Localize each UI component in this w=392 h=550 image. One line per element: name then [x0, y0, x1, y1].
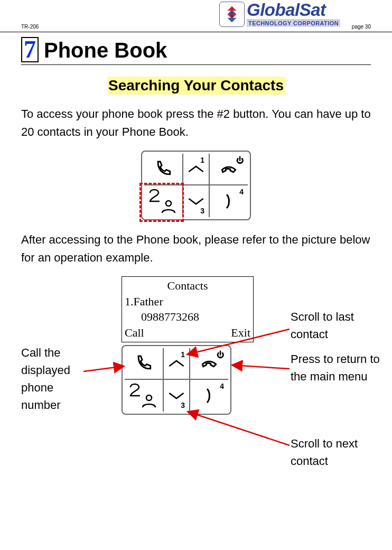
annot-scroll-last: Scroll to last contact	[291, 308, 386, 343]
chevron-down-icon	[187, 196, 205, 207]
end-call-icon	[220, 160, 238, 178]
key-4-sup-2: 4	[220, 382, 224, 390]
screen-contact-number: 0988773268	[123, 309, 252, 325]
svg-line-5	[188, 412, 290, 445]
end-call-icon	[200, 355, 218, 372]
logo-subtitle: TECHNOLOGY CORPORATION	[247, 20, 340, 27]
chapter-number: 7	[21, 37, 39, 62]
annot-return: Press to return to the main menu	[291, 350, 386, 385]
annot-call: Call the displayed phone number	[21, 344, 90, 414]
key-end-sup: ⏻	[236, 156, 244, 164]
chapter-heading: 7 Phone Book	[21, 37, 371, 65]
logo-mark-icon	[219, 2, 245, 27]
keypad-1: 1 ⏻	[141, 151, 251, 220]
key-down-sup: 3	[200, 207, 204, 215]
key-end-sup-2: ⏻	[217, 350, 224, 359]
logo-brand: GlobalSat	[247, 1, 340, 18]
person-icon	[138, 394, 160, 408]
key-4-sup: 4	[239, 188, 244, 196]
phone-icon	[154, 160, 172, 178]
logo: GlobalSat TECHNOLOGY CORPORATION	[219, 1, 340, 27]
chevron-up-icon	[187, 164, 205, 174]
chevron-up-icon	[167, 358, 185, 369]
key-down-sup-2: 3	[181, 401, 185, 409]
logo-text: GlobalSat TECHNOLOGY CORPORATION	[247, 1, 340, 27]
key-down-2: 3	[163, 380, 190, 412]
screen-softkey-right: Exit	[231, 325, 250, 341]
key-call	[144, 154, 182, 185]
screen-softkey-left: Call	[125, 325, 144, 341]
keypad-figure-2: 1 ⏻	[122, 345, 231, 415]
model-label: TR-206	[21, 24, 39, 30]
subheading: Searching Your Contacts	[107, 77, 285, 95]
key-end-2: ⏻	[190, 348, 228, 380]
chapter-title: Phone Book	[44, 40, 167, 61]
key-4: 4	[210, 185, 248, 217]
svg-point-1	[146, 395, 152, 400]
person-icon	[158, 199, 179, 214]
key-2-2	[125, 380, 163, 412]
bracket-icon	[223, 192, 234, 210]
annot-scroll-next: Scroll to next contact	[291, 435, 386, 470]
paragraph-1: To access your phone book press the #2 b…	[21, 105, 371, 141]
keypad-figure-1: 1 ⏻	[21, 151, 371, 220]
key-call-2	[125, 348, 163, 380]
screen-title: Contacts	[123, 278, 252, 294]
key-2	[144, 185, 182, 217]
subheading-wrap: Searching Your Contacts	[21, 77, 371, 95]
paragraph-2: After accessing to the Phone book, pleas…	[21, 231, 371, 267]
chevron-down-icon	[167, 390, 185, 401]
key-4-2: 4	[190, 380, 228, 412]
page-root: TR-206 GlobalSat TECHNOLOGY CORPORATION …	[0, 0, 392, 550]
svg-line-4	[232, 365, 290, 369]
key-up-2: 1	[163, 348, 190, 380]
header: TR-206 GlobalSat TECHNOLOGY CORPORATION …	[0, 0, 392, 32]
operation-example: Contacts 1.Father 0988773268 Call Exit	[21, 276, 371, 498]
key-up-sup-2: 1	[181, 350, 185, 359]
content: 7 Phone Book Searching Your Contacts To …	[21, 37, 371, 498]
phone-screen: Contacts 1.Father 0988773268 Call Exit	[122, 276, 254, 342]
key-up-sup: 1	[200, 156, 204, 164]
key-down: 3	[182, 185, 210, 217]
key-up: 1	[182, 154, 210, 185]
screen-contact-name: 1.Father	[123, 294, 252, 310]
svg-point-0	[166, 201, 171, 206]
page-number: page 30	[352, 24, 371, 30]
bracket-icon	[204, 387, 214, 405]
keypad-2: 1 ⏻	[122, 345, 231, 415]
key-end: ⏻	[210, 154, 248, 185]
phone-icon	[135, 355, 153, 372]
